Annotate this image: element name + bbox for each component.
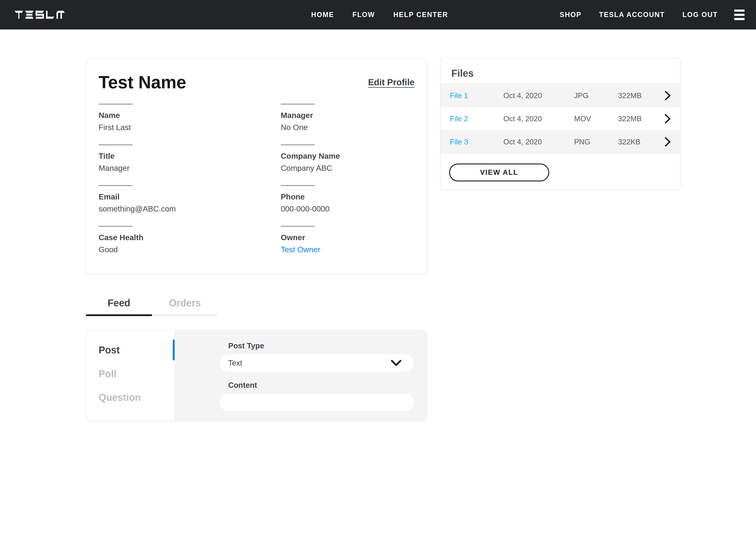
- field-name: Name First Last: [99, 104, 281, 144]
- feed-orders-tabs: Feed Orders: [86, 297, 218, 316]
- nav-link-tesla-account[interactable]: TESLA ACCOUNT: [599, 11, 665, 19]
- tesla-logo[interactable]: [15, 11, 65, 19]
- tab-orders[interactable]: Orders: [152, 297, 218, 316]
- field-label: Manager: [281, 111, 415, 120]
- file-type: PNG: [574, 138, 618, 146]
- field-value: Manager: [99, 163, 281, 173]
- top-navbar: HOME FLOW HELP CENTER SHOP TESLA ACCOUNT…: [0, 0, 756, 29]
- profile-card: Test Name Edit Profile Name First Last M…: [86, 58, 427, 274]
- hamburger-menu-icon[interactable]: [734, 10, 745, 20]
- field-divider: [281, 226, 315, 227]
- field-phone: Phone 000-000-0000: [281, 185, 415, 226]
- field-label: Company Name: [281, 151, 415, 161]
- field-label: Case Health: [99, 233, 281, 242]
- nav-link-home[interactable]: HOME: [311, 11, 334, 19]
- post-type-select[interactable]: Text: [220, 354, 414, 372]
- field-label: Owner: [281, 233, 415, 242]
- hamburger-bar: [734, 10, 745, 12]
- tab-label: Orders: [152, 297, 218, 309]
- field-title: Title Manager: [99, 144, 281, 185]
- field-divider: [99, 226, 133, 227]
- hamburger-bar: [734, 14, 745, 16]
- file-row[interactable]: File 1 Oct 4, 2020 JPG 322MB: [441, 84, 680, 107]
- field-label: Title: [99, 151, 281, 161]
- view-all-button[interactable]: VIEW ALL: [449, 163, 549, 181]
- chevron-right-icon[interactable]: [663, 137, 672, 147]
- file-size: 322MB: [618, 91, 663, 100]
- chevron-right-icon[interactable]: [663, 114, 672, 124]
- field-divider: [281, 144, 315, 145]
- tab-active-underline: [86, 314, 152, 316]
- tab-feed[interactable]: Feed: [86, 297, 152, 316]
- nav-link-help-center[interactable]: HELP CENTER: [393, 11, 448, 19]
- edit-profile-link[interactable]: Edit Profile: [368, 77, 415, 87]
- file-link[interactable]: File 1: [450, 91, 503, 100]
- field-value: 000-000-0000: [281, 204, 415, 213]
- file-type: MOV: [574, 114, 618, 123]
- composer-menu: Post Poll Question: [86, 330, 174, 421]
- field-divider: [99, 144, 133, 145]
- profile-fields: Name First Last Manager No One Title Man…: [99, 104, 415, 266]
- composer-form: Post Type Text Content: [174, 330, 427, 421]
- field-email: Email something@ABC.com: [99, 185, 281, 226]
- nav-link-log-out[interactable]: LOG OUT: [682, 11, 718, 19]
- field-value: First Last: [99, 123, 281, 132]
- field-value: something@ABC.com: [99, 204, 281, 213]
- field-owner: Owner Test Owner: [281, 226, 415, 266]
- field-case-health: Case Health Good: [99, 226, 281, 266]
- post-composer-card: Post Poll Question Post Type Text Conten…: [86, 330, 427, 421]
- field-manager: Manager No One: [281, 104, 415, 144]
- tab-label: Feed: [86, 297, 152, 309]
- content-input[interactable]: [220, 394, 414, 411]
- file-type: JPG: [574, 91, 618, 100]
- nav-link-shop[interactable]: SHOP: [560, 11, 582, 19]
- field-value: Good: [99, 245, 281, 254]
- field-value: Company ABC: [281, 163, 415, 173]
- file-date: Oct 4, 2020: [503, 114, 574, 123]
- composer-item-post[interactable]: Post: [99, 344, 174, 356]
- active-item-indicator: [173, 340, 175, 361]
- file-date: Oct 4, 2020: [503, 138, 574, 146]
- composer-item-question[interactable]: Question: [99, 392, 174, 403]
- profile-title: Test Name: [99, 72, 186, 92]
- chevron-right-icon[interactable]: [663, 91, 672, 101]
- file-link[interactable]: File 3: [450, 138, 503, 146]
- field-divider: [99, 104, 133, 105]
- file-link[interactable]: File 2: [450, 114, 503, 123]
- owner-link[interactable]: Test Owner: [281, 245, 415, 254]
- composer-item-poll[interactable]: Poll: [99, 368, 174, 380]
- content-label: Content: [228, 381, 427, 390]
- files-card: Files File 1 Oct 4, 2020 JPG 322MB File …: [440, 58, 681, 190]
- field-label: Email: [99, 192, 281, 201]
- post-type-label: Post Type: [228, 341, 427, 350]
- field-divider: [281, 104, 315, 105]
- tab-inactive-underline: [152, 315, 218, 316]
- chevron-down-icon: [391, 360, 402, 366]
- post-type-selected-value: Text: [228, 359, 391, 367]
- files-title: Files: [451, 68, 680, 79]
- field-company-name: Company Name Company ABC: [281, 144, 415, 185]
- field-label: Phone: [281, 192, 415, 201]
- file-row[interactable]: File 3 Oct 4, 2020 PNG 322KB: [441, 130, 680, 153]
- file-size: 322MB: [618, 114, 663, 123]
- nav-link-flow[interactable]: FLOW: [352, 11, 375, 19]
- file-date: Oct 4, 2020: [503, 91, 574, 100]
- file-row[interactable]: File 2 Oct 4, 2020 MOV 322MB: [441, 107, 680, 130]
- hamburger-bar: [734, 18, 745, 20]
- field-divider: [281, 185, 315, 186]
- field-divider: [99, 185, 133, 186]
- file-size: 322KB: [618, 138, 663, 146]
- field-label: Name: [99, 111, 281, 120]
- field-value: No One: [281, 123, 415, 132]
